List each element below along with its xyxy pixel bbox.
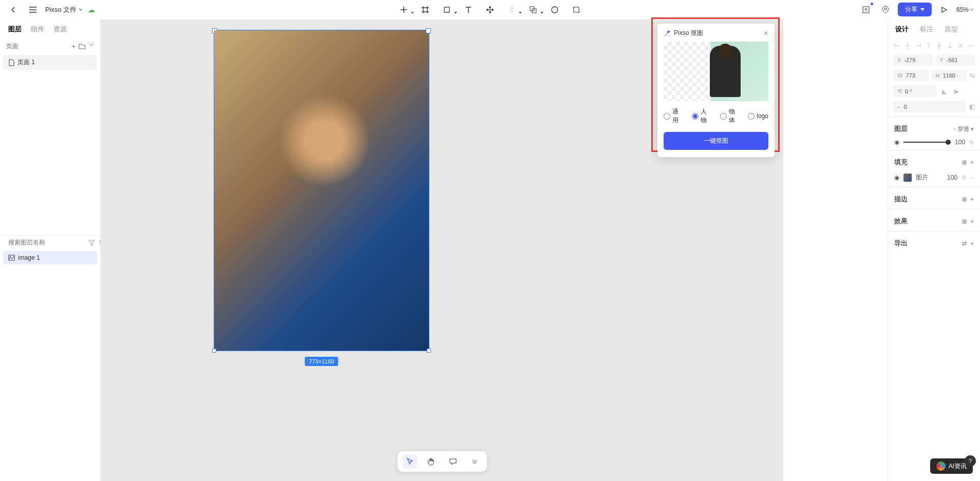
file-title-text: Pixso 文件 (45, 5, 77, 14)
chevron-down-icon[interactable] (89, 43, 94, 50)
menu-button[interactable] (26, 3, 40, 17)
add-fill-icon[interactable]: + (971, 159, 974, 166)
magic-wand-icon (664, 30, 671, 37)
distribute-icon[interactable]: ≡ (957, 41, 965, 50)
opt-logo[interactable]: logo (748, 107, 768, 125)
watermark-badge: AI资讯 ? (930, 458, 973, 474)
share-label: 分享 (905, 5, 917, 14)
fill-style-icon[interactable]: ⊞ (962, 159, 967, 166)
stroke-style-icon[interactable]: ⊞ (962, 196, 967, 203)
align-hcenter-icon[interactable]: ┼ (904, 41, 912, 50)
cutout-run-button[interactable]: 一键抠图 (664, 132, 768, 150)
more-tools[interactable] (467, 454, 482, 469)
add-export-icon[interactable]: + (971, 240, 974, 247)
opt-person[interactable]: 人物 (692, 107, 713, 125)
align-top-icon[interactable]: ⊤ (925, 41, 933, 50)
zoom-value: 65% (956, 6, 969, 13)
topbar-left: Pixso 文件 ☁ (6, 3, 95, 17)
cursor-tool[interactable] (403, 454, 417, 469)
boolean-tool[interactable] (526, 3, 540, 17)
w-field[interactable]: W773 (893, 70, 929, 81)
tab-annotation[interactable]: 标注 (920, 25, 933, 34)
x-field[interactable]: X-279 (893, 54, 933, 66)
tab-design[interactable]: 设计 (895, 25, 909, 34)
layer-item[interactable]: image 1 (3, 251, 97, 264)
align-bottom-icon[interactable]: ⊥ (946, 41, 954, 50)
svg-rect-4 (574, 7, 579, 12)
alignment-row: ⊢ ┼ ⊣ ⊤ ┼ ⊥ ≡ ⋯ (888, 39, 980, 52)
left-tabs: 图层 组件 资源 (0, 20, 100, 39)
remove-fill-icon[interactable]: − (970, 174, 974, 181)
tab-assets[interactable]: 资源 (53, 25, 67, 34)
svg-point-9 (10, 256, 11, 257)
link-dims-icon[interactable]: ⇆ (970, 72, 975, 79)
cutout-title-text: Pixso 抠图 (674, 29, 703, 37)
export-icon[interactable] (859, 3, 873, 17)
h-field[interactable]: H1160 (932, 70, 967, 81)
right-tabs: 设计 标注 原型 (888, 20, 980, 39)
selected-image[interactable]: 773×1160 (214, 30, 429, 351)
watermark-text: AI资讯 (949, 462, 967, 471)
toolbar-center (397, 3, 583, 17)
comment-tool[interactable] (446, 454, 460, 469)
tab-layers[interactable]: 图层 (8, 25, 22, 34)
align-left-icon[interactable]: ⊢ (893, 41, 901, 50)
tab-components[interactable]: 组件 (31, 25, 44, 34)
radius-field[interactable]: ⌐0 (893, 101, 966, 112)
svg-rect-8 (9, 255, 14, 260)
tab-prototype[interactable]: 原型 (945, 25, 958, 34)
add-page-icon[interactable]: + (72, 43, 76, 50)
flip-v-icon[interactable]: ▶ (952, 87, 962, 96)
hand-tool[interactable] (424, 454, 439, 469)
ellipse-tool[interactable] (548, 3, 562, 17)
shape-tool[interactable] (440, 3, 454, 17)
add-stroke-icon[interactable]: + (971, 196, 974, 203)
resize-handle-bl[interactable] (212, 349, 216, 353)
pages-header: 页面 + (0, 39, 100, 54)
fill-visibility-icon[interactable]: ◉ (894, 174, 899, 181)
align-right-icon[interactable]: ⊣ (914, 41, 922, 50)
folder-icon[interactable] (79, 43, 86, 50)
frame-tool[interactable] (418, 3, 432, 17)
crop-tool[interactable] (569, 3, 583, 17)
export-settings-icon[interactable]: ⇄ (962, 240, 967, 247)
visibility-icon[interactable]: ◉ (894, 139, 899, 146)
rotation-field[interactable]: ⟲0 ° (893, 85, 937, 97)
opt-object[interactable]: 物体 (720, 107, 741, 125)
zoom-dropdown[interactable]: 65% (956, 6, 974, 13)
effect-style-icon[interactable]: ⊞ (962, 218, 967, 225)
fill-item[interactable]: ◉ 图片 100% − (888, 170, 980, 185)
fill-section-header: 填充 ⊞+ (888, 152, 980, 170)
opt-general[interactable]: 通用 (664, 107, 685, 125)
file-title-dropdown[interactable]: Pixso 文件 (45, 5, 83, 14)
align-vcenter-icon[interactable]: ┼ (936, 41, 944, 50)
resize-handle-br[interactable] (427, 349, 431, 353)
top-bar: Pixso 文件 ☁ 分享 65% (0, 0, 980, 20)
y-field[interactable]: Y-561 (936, 54, 975, 66)
help-badge[interactable]: ? (965, 455, 976, 467)
location-icon[interactable] (878, 3, 893, 17)
flip-h-icon[interactable]: ◣ (940, 87, 949, 96)
add-effect-icon[interactable]: + (971, 218, 974, 225)
effect-section-header: 效果 ⊞+ (888, 211, 980, 229)
independent-corners-icon[interactable]: ◧ (969, 103, 975, 110)
back-button[interactable] (6, 3, 21, 17)
more-align-icon[interactable]: ⋯ (967, 41, 975, 50)
add-tool[interactable] (397, 3, 411, 17)
play-button[interactable] (937, 3, 951, 17)
cutout-panel: Pixso 抠图 ✕ 通用 人物 物体 logo 一键抠图 (657, 24, 775, 157)
filter-icon[interactable] (88, 239, 95, 246)
blend-mode[interactable]: ○ 穿透 ▾ (953, 125, 974, 133)
move-tool[interactable] (483, 3, 497, 17)
svg-point-3 (552, 7, 558, 13)
text-tool[interactable] (461, 3, 476, 17)
search-input[interactable] (8, 239, 85, 246)
page-item[interactable]: 页面 1 (3, 55, 97, 70)
svg-point-6 (884, 8, 887, 10)
layer-section-header: 图层 ○ 穿透 ▾ (888, 119, 980, 137)
close-icon[interactable]: ✕ (763, 30, 768, 37)
opacity-slider[interactable] (903, 142, 951, 143)
page-icon (8, 59, 14, 66)
component-tool[interactable] (504, 3, 519, 17)
share-button[interactable]: 分享 (898, 3, 932, 16)
